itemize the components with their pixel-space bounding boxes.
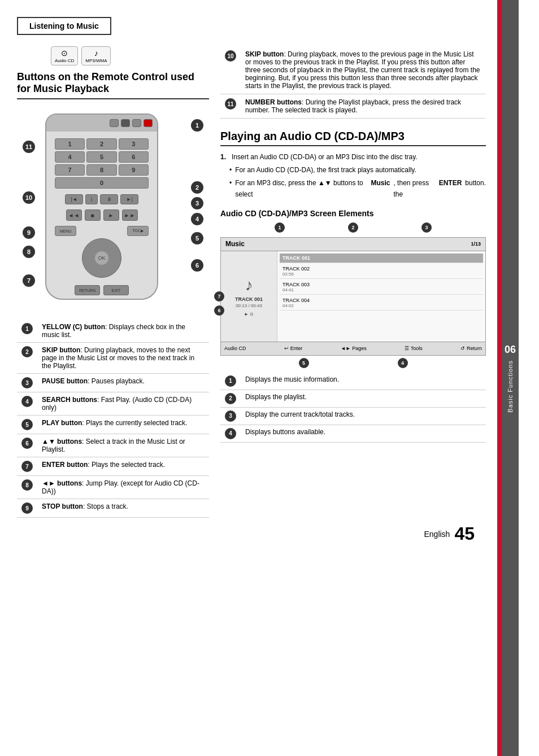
screen-desc-row: 4 Displays buttons available.: [220, 425, 486, 442]
callout-6: 6: [191, 259, 203, 272]
screen-elements-section: Audio CD (CD-DA)/MP3 Screen Elements 1 2…: [220, 209, 486, 443]
audio-cd-content: 1. Insert an Audio CD (CD-DA) or an MP3 …: [220, 152, 486, 200]
remote-menu-right: TOC▶: [127, 226, 149, 236]
callout-2: 2: [191, 181, 203, 194]
screen-desc-row: 1 Displays the music information.: [220, 373, 486, 390]
badge: 2: [225, 393, 236, 404]
callout-9: 9: [23, 226, 35, 239]
chapter-number: 06: [505, 344, 516, 356]
track-item-4: TRACK 004 04:02: [280, 296, 483, 311]
badge: 6: [21, 438, 33, 449]
remote-dpad: OK: [82, 238, 121, 278]
desc-text: SKIP button: During playback, moves to t…: [37, 343, 209, 374]
remote-dpad-center: OK: [94, 251, 109, 265]
remote-menu-section: MENU TOC▶ OK: [46, 224, 157, 282]
callout-1: 1: [191, 119, 203, 132]
side-tab: 06 Basic Functions: [502, 0, 519, 756]
callout-4: 4: [191, 213, 203, 225]
screen-body: ♪ TRACK 001 00:13 / 00:43 ► ⊙ TRACK 001: [221, 251, 485, 342]
audio-cd-icon: ⊙ Audio CD: [51, 46, 78, 65]
callout-10: 10: [23, 191, 35, 204]
screen-progress: 00:13 / 00:43: [236, 303, 262, 308]
left-desc-table: 1 YELLOW (C) button: Displays check box …: [17, 320, 209, 518]
desc-text: ◄► buttons: Jump Play. (except for Audio…: [37, 476, 209, 499]
mp3-wma-icon: ♪ MP3/WMA: [81, 46, 111, 65]
music-note-icon: ♪: [245, 276, 253, 294]
remote-top-btn-3: [132, 119, 141, 127]
remote-top-btn-1: [110, 119, 119, 127]
track-item-2: TRACK 002 02:56: [280, 264, 483, 279]
badge: 3: [225, 410, 236, 422]
badge: 1: [225, 375, 236, 387]
numpad-1: 1: [55, 138, 85, 150]
screen-desc-text: Displays the music information.: [241, 373, 486, 390]
screen-desc-text: Displays buttons available.: [241, 425, 486, 442]
badge: 5: [21, 419, 33, 430]
desc-text: ENTER button: Plays the selected track.: [37, 457, 209, 476]
badge: 3: [21, 377, 33, 388]
footer-disc: Audio CD: [224, 346, 246, 351]
screen-elements-heading: Audio CD (CD-DA)/MP3 Screen Elements: [220, 209, 486, 218]
badge: 4: [225, 428, 236, 439]
desc-text: NUMBER buttons: During the Playlist play…: [241, 94, 486, 119]
chapter-title: Basic Functions: [507, 360, 514, 413]
footer-pages: ◄► Pages: [341, 346, 367, 351]
footer-enter: ↩ Enter: [284, 346, 302, 351]
numpad-4: 4: [55, 151, 85, 163]
screen-diagram-wrapper: 1 2 3 6 7 Music 1: [220, 222, 486, 368]
numpad-5: 5: [86, 151, 116, 163]
remote-return: RETURN: [75, 285, 100, 295]
numpad-8: 8: [86, 164, 116, 176]
screen-desc-table: 1 Displays the music information. 2 Disp…: [220, 373, 486, 443]
numpad-6: 6: [119, 151, 149, 163]
badge: 7: [21, 461, 33, 472]
numpad-2: 2: [86, 138, 116, 150]
left-desc-row: 9 STOP button: Stops a track.: [17, 499, 209, 518]
screen-diagram: 6 7 Music 1/13 ♪ TRA: [220, 237, 486, 356]
footer-return: ↺ Return: [460, 346, 482, 351]
screen-page-indicator: 1/13: [471, 241, 481, 247]
callout-3: 3: [191, 197, 203, 209]
left-desc-row: 2 SKIP button: During playback, moves to…: [17, 343, 209, 374]
numpad: 1 2 3 4 5 6 7 8 9 0: [46, 135, 157, 192]
screen-desc-text: Displays the playlist.: [241, 390, 486, 407]
badge: 9: [21, 502, 33, 514]
audio-cd-section: Playing an Audio CD (CD-DA)/MP3 1. Inser…: [220, 130, 486, 443]
remote-top-btn-2: [121, 119, 130, 127]
screen-desc-text: Display the current track/total tracks.: [241, 407, 486, 425]
screen-callout-3: 3: [421, 222, 432, 233]
screen-callout-2: 2: [348, 222, 358, 233]
bullet-item-2: For an MP3 disc, press the ▲▼ buttons to…: [229, 178, 486, 199]
page-number: 45: [454, 523, 475, 544]
desc-text: ▲▼ buttons: Select a track in the Music …: [37, 434, 209, 457]
right-desc-row: 10 SKIP button: During playback, moves t…: [220, 46, 486, 94]
side-tab-accent: [497, 0, 502, 756]
remote-playback-row: ◄◄ ■ ► ►►: [46, 207, 157, 224]
badge: 10: [225, 50, 236, 62]
screen-callout-7: 7: [214, 291, 224, 301]
audio-section-heading: Playing an Audio CD (CD-DA)/MP3: [220, 130, 486, 146]
desc-text: YELLOW (C) button: Displays check box in…: [37, 320, 209, 343]
remote-nav-row: |◄ i ⏸ ►|: [46, 192, 157, 207]
desc-text: PLAY button: Plays the currently selecte…: [37, 416, 209, 434]
screen-header: Music 1/13: [221, 238, 485, 251]
left-desc-row: 6 ▲▼ buttons: Select a track in the Musi…: [17, 434, 209, 457]
right-desc-table: 10 SKIP button: During playback, moves t…: [220, 46, 486, 119]
desc-text: PAUSE button: Pauses playback.: [37, 374, 209, 392]
left-desc-row: 3 PAUSE button: Pauses playback.: [17, 374, 209, 392]
callout-8: 8: [23, 246, 35, 258]
screen-desc-row: 3 Display the current track/total tracks…: [220, 407, 486, 425]
numpad-9: 9: [119, 164, 149, 176]
desc-text: SKIP button: During playback, moves to t…: [241, 46, 486, 94]
callout-7: 7: [23, 274, 35, 287]
screen-left-panel: ♪ TRACK 001 00:13 / 00:43 ► ⊙: [221, 251, 277, 342]
remote-pause-btn: ⏸: [100, 194, 118, 204]
badge: 11: [225, 98, 236, 110]
remote-section-heading: Buttons on the Remote Control used for M…: [17, 71, 209, 99]
section-title: Listening to Music: [17, 17, 111, 35]
remote-skip-next: ►|: [120, 194, 138, 204]
remote-ffwd: ►►: [122, 209, 138, 221]
numpad-7: 7: [55, 164, 85, 176]
badge: 1: [21, 323, 33, 334]
disc-icons-row: ⊙ Audio CD ♪ MP3/WMA: [51, 46, 209, 65]
